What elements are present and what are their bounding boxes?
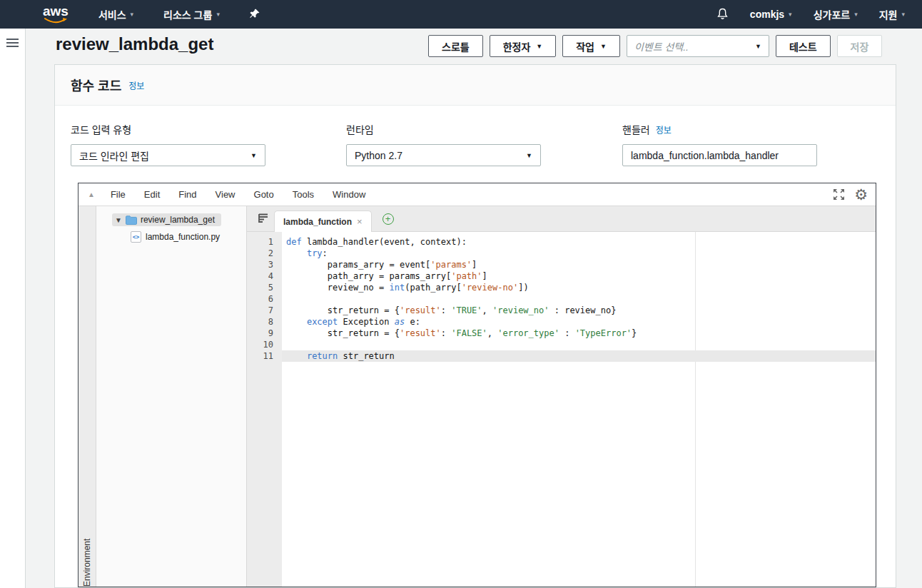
gutter[interactable]: 1234567891011: [247, 232, 282, 587]
environment-panel-strip[interactable]: Environment: [78, 206, 96, 587]
line-number[interactable]: 8: [247, 316, 273, 328]
left-rail: [0, 29, 26, 588]
code-editor: ▲ FileEditFindViewGotoToolsWindow ⚙: [78, 183, 876, 587]
test-event-select[interactable]: 이벤트 선택.. ▼: [627, 35, 769, 57]
python-file-icon: <>: [131, 231, 141, 243]
tree-file-label: lambda_function.py: [146, 232, 220, 242]
aws-logo-text: aws: [43, 4, 69, 18]
tab-lambda-function[interactable]: lambda_function ×: [274, 211, 372, 232]
editor-menu: FileEditFindViewGotoToolsWindow: [101, 189, 375, 200]
gear-icon[interactable]: ⚙: [854, 187, 868, 202]
line-number[interactable]: 3: [247, 259, 273, 270]
code-line[interactable]: try:: [282, 248, 876, 259]
handler-field: 핸들러 정보: [622, 122, 817, 166]
aws-smile-icon: [44, 18, 67, 24]
tab-bar: lambda_function × +: [247, 206, 876, 232]
bell-icon[interactable]: [716, 8, 729, 21]
code-entry-type-select[interactable]: 코드 인라인 편집 ▼: [71, 144, 265, 166]
line-number[interactable]: 7: [247, 305, 273, 316]
caret-down-icon: ▼: [600, 43, 607, 50]
menu-edit[interactable]: Edit: [135, 189, 169, 200]
function-code-header: 함수 코드 정보: [55, 65, 896, 106]
code-line[interactable]: def lambda_handler(event, context):: [282, 236, 876, 248]
handler-input[interactable]: [631, 150, 809, 161]
nav-region-menu[interactable]: 싱가포르 ▾: [814, 7, 858, 21]
menu-view[interactable]: View: [206, 189, 245, 200]
collapse-editor-icon[interactable]: ▲: [88, 191, 95, 198]
actions-button[interactable]: 작업 ▼: [562, 35, 620, 57]
hamburger-menu-icon[interactable]: [6, 39, 25, 47]
code-line[interactable]: params_arry = event['params']: [282, 259, 876, 270]
nav-account-menu[interactable]: comkjs ▾: [750, 9, 792, 20]
line-number[interactable]: 9: [247, 328, 273, 339]
top-navbar: aws 서비스 ▾ 리소스 그룹 ▾: [0, 0, 922, 29]
handler-info-link[interactable]: 정보: [656, 123, 672, 136]
menu-window[interactable]: Window: [323, 189, 375, 200]
chevron-down-icon: ▾: [216, 11, 220, 18]
function-code-card: 함수 코드 정보 코드 입력 유형 코드 인라인 편집 ▼ 런타임 Python…: [54, 64, 896, 588]
nav-resource-groups[interactable]: 리소스 그룹 ▾: [163, 7, 220, 21]
code-line[interactable]: str_return = {'result': 'TRUE', 'review_…: [282, 305, 876, 316]
code-area[interactable]: 1234567891011 def lambda_handler(event, …: [247, 232, 876, 587]
line-number[interactable]: 6: [247, 293, 273, 305]
caret-down-icon: ▼: [250, 152, 257, 159]
aws-lambda-console: aws 서비스 ▾ 리소스 그룹 ▾: [0, 0, 922, 588]
nav-services[interactable]: 서비스 ▾: [98, 7, 133, 21]
handler-input-wrap: [622, 144, 817, 166]
code-entry-type-label: 코드 입력 유형: [71, 122, 265, 136]
code-line[interactable]: [282, 293, 876, 305]
fullscreen-icon[interactable]: [833, 188, 845, 201]
folder-icon: [126, 216, 137, 225]
page-title: review_lambda_get: [56, 34, 213, 54]
chevron-down-icon: ▾: [131, 11, 134, 18]
menu-goto[interactable]: Goto: [245, 189, 283, 200]
runtime-select[interactable]: Python 2.7 ▼: [346, 144, 541, 166]
nav-support-menu[interactable]: 지원 ▾: [879, 7, 905, 21]
pin-icon[interactable]: [250, 9, 260, 20]
menu-file[interactable]: File: [101, 189, 135, 200]
tree-file-row[interactable]: <> lambda_function.py: [131, 231, 246, 243]
caret-down-icon: ▼: [526, 152, 532, 159]
code-line[interactable]: review_no = int(path_arry['review-no']): [282, 282, 876, 293]
test-event-placeholder: 이벤트 선택..: [634, 39, 689, 54]
aws-logo[interactable]: aws: [43, 4, 69, 24]
code-line[interactable]: except Exception as e:: [282, 316, 876, 328]
chevron-down-icon: ▾: [901, 11, 905, 18]
handler-label: 핸들러: [622, 122, 650, 136]
tree-folder-label: review_lambda_get: [141, 215, 215, 225]
caret-down-icon: ▼: [536, 43, 542, 50]
info-link[interactable]: 정보: [128, 79, 144, 91]
new-tab-icon[interactable]: +: [383, 213, 394, 225]
line-number[interactable]: 11: [247, 350, 273, 362]
line-number[interactable]: 2: [247, 248, 273, 259]
caret-down-icon: ▼: [755, 43, 761, 50]
line-number[interactable]: 1: [247, 236, 273, 248]
chevron-down-icon: ▾: [854, 11, 858, 18]
runtime-field: 런타임 Python 2.7 ▼: [346, 122, 541, 166]
tab-list-icon[interactable]: [258, 213, 269, 225]
line-number[interactable]: 5: [247, 282, 273, 293]
menu-tools[interactable]: Tools: [283, 189, 323, 200]
editor-menubar: ▲ FileEditFindViewGotoToolsWindow ⚙: [78, 183, 876, 206]
menu-find[interactable]: Find: [169, 189, 206, 200]
file-tree: ▼ review_lambda_get <> lambda_function.p…: [96, 206, 247, 587]
toolbar: 스로틀 한정자 ▼ 작업 ▼ 이벤트 선택.. ▼ 테스트 저장: [428, 35, 882, 57]
caret-expanded-icon[interactable]: ▼: [115, 216, 122, 224]
code-line[interactable]: path_arry = params_arry['path']: [282, 270, 876, 282]
line-number[interactable]: 10: [247, 339, 273, 350]
code-line[interactable]: return str_return: [282, 350, 876, 362]
section-title: 함수 코드: [71, 76, 121, 94]
code-line[interactable]: [282, 339, 876, 350]
chevron-down-icon: ▾: [789, 11, 792, 18]
test-button[interactable]: 테스트: [776, 35, 831, 57]
tab-close-icon[interactable]: ×: [357, 216, 363, 227]
save-button[interactable]: 저장: [837, 35, 883, 57]
throttle-button[interactable]: 스로틀: [428, 35, 483, 57]
tree-folder-row[interactable]: ▼ review_lambda_get: [112, 213, 221, 226]
runtime-label: 런타임: [346, 122, 541, 136]
environment-label: Environment: [82, 213, 92, 587]
code-line[interactable]: str_return = {'result': 'FALSE', 'error_…: [282, 328, 876, 339]
line-number[interactable]: 4: [247, 270, 273, 282]
code-lines[interactable]: def lambda_handler(event, context): try:…: [282, 232, 876, 362]
qualifier-button[interactable]: 한정자 ▼: [490, 35, 557, 57]
